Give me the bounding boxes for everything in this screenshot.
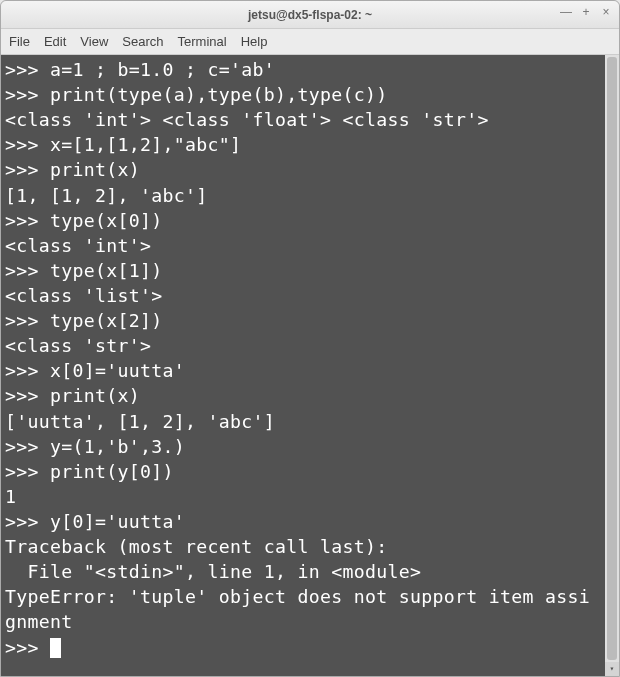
window-title: jetsu@dx5-flspa-02: ~: [248, 8, 372, 22]
minimize-button[interactable]: —: [559, 5, 573, 19]
menu-view[interactable]: View: [80, 34, 108, 49]
terminal-window: jetsu@dx5-flspa-02: ~ — + × File Edit Vi…: [0, 0, 620, 677]
menu-edit[interactable]: Edit: [44, 34, 66, 49]
scrollbar-vertical[interactable]: ▾: [605, 55, 619, 676]
menu-terminal[interactable]: Terminal: [178, 34, 227, 49]
window-controls: — + ×: [559, 5, 613, 19]
terminal-cursor: [50, 638, 61, 658]
menu-help[interactable]: Help: [241, 34, 268, 49]
terminal-inner[interactable]: >>> a=1 ; b=1.0 ; c='ab' >>> print(type(…: [1, 55, 605, 676]
title-bar: jetsu@dx5-flspa-02: ~ — + ×: [1, 1, 619, 29]
menu-search[interactable]: Search: [122, 34, 163, 49]
menu-bar: File Edit View Search Terminal Help: [1, 29, 619, 55]
maximize-button[interactable]: +: [579, 5, 593, 19]
terminal-content: >>> a=1 ; b=1.0 ; c='ab' >>> print(type(…: [5, 59, 590, 658]
terminal-area[interactable]: >>> a=1 ; b=1.0 ; c='ab' >>> print(type(…: [1, 55, 619, 676]
scrollbar-thumb[interactable]: [607, 57, 617, 660]
close-button[interactable]: ×: [599, 5, 613, 19]
menu-file[interactable]: File: [9, 34, 30, 49]
scrollbar-down-arrow-icon[interactable]: ▾: [605, 662, 619, 676]
